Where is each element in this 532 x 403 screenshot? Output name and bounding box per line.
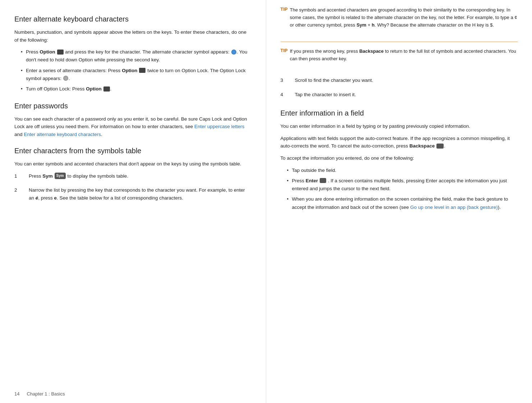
step-4: 4 Tap the character to insert it. xyxy=(281,91,518,99)
list-item: Press Enter . If a screen contains multi… xyxy=(287,177,518,193)
option-icon-3 xyxy=(103,86,110,92)
sym-bold-tip1: Sym xyxy=(356,22,366,28)
page-number: 14 xyxy=(14,391,19,397)
tip-row-1: TIP The symbols and accented characters … xyxy=(281,6,518,29)
option-bold-1: Option xyxy=(40,49,55,55)
list-item: Tap outside the field. xyxy=(287,167,518,174)
step-3: 3 Scroll to find the character you want. xyxy=(281,76,518,84)
step-num-2: 2 xyxy=(14,186,29,194)
link-uppercase-letters[interactable]: Enter uppercase letters xyxy=(194,124,245,129)
option-bold-3: Option xyxy=(86,86,102,92)
step-2: 2 Narrow the list by pressing the key th… xyxy=(14,186,251,202)
list-item: Turn off Option Lock: Press Option . xyxy=(21,85,251,93)
bold-e: e xyxy=(54,195,57,201)
link-back-gesture[interactable]: Go up one level in an app (back gesture) xyxy=(410,205,498,210)
option-icon-1 xyxy=(57,50,64,55)
right-column: TIP The symbols and accented characters … xyxy=(266,0,532,403)
tip-label-1: TIP xyxy=(281,6,288,12)
italic-e: é xyxy=(36,195,38,201)
tip-text-2: If you press the wrong key, press Backsp… xyxy=(290,48,518,63)
section1-bullet-list: Press Option and press the key for the c… xyxy=(21,48,251,93)
tip-row-2: TIP If you press the wrong key, press Ba… xyxy=(281,48,518,63)
h-bold-tip1: h xyxy=(372,22,375,28)
divider xyxy=(281,42,518,42)
section4-para1: You can enter information in a field by … xyxy=(281,122,518,130)
sym-bold-1: Sym xyxy=(42,173,53,179)
backspace-bold-tip2: Backspace xyxy=(359,48,384,54)
section2-heading: Enter passwords xyxy=(14,102,251,110)
section3-heading: Enter characters from the symbols table xyxy=(14,147,251,155)
list-item: When you are done entering information o… xyxy=(287,195,518,211)
option-lock-icon-filled xyxy=(231,50,236,55)
section4-para2: Applications with text fields support th… xyxy=(281,135,518,150)
step-num-1: 1 xyxy=(14,172,29,180)
section2-para: You can see each character of a password… xyxy=(14,115,251,139)
step-1-text: Press Sym Sym to display the symbols tab… xyxy=(29,172,128,180)
section1-intro: Numbers, punctuation, and symbols appear… xyxy=(14,28,251,44)
step-3-text: Scroll to find the character you want. xyxy=(295,76,373,84)
list-item: Enter a series of alternate characters: … xyxy=(21,67,251,83)
step-2-text: Narrow the list by pressing the key that… xyxy=(29,186,251,202)
left-column: Enter alternate keyboard characters Numb… xyxy=(0,0,266,403)
enter-icon xyxy=(320,178,326,183)
option-bold-2: Option xyxy=(122,68,138,73)
section4-bullet-list: Tap outside the field. Press Enter . If … xyxy=(287,167,518,211)
list-item: Press Option and press the key for the c… xyxy=(21,48,251,64)
right-steps: 3 Scroll to find the character you want.… xyxy=(281,76,518,98)
section4-para3: To accept the information you entered, d… xyxy=(281,154,518,162)
link-alternate-keyboard[interactable]: Enter alternate keyboard characters xyxy=(24,132,101,137)
step-num-3: 3 xyxy=(281,76,295,84)
tip-label-2: TIP xyxy=(281,48,288,53)
section3-steps: 1 Press Sym Sym to display the symbols t… xyxy=(14,172,251,202)
section4-heading: Enter information in a field xyxy=(281,109,518,117)
backspace-bold-para2: Backspace xyxy=(410,143,435,149)
step-4-text: Tap the character to insert it. xyxy=(295,91,356,99)
step-1: 1 Press Sym Sym to display the symbols t… xyxy=(14,172,251,180)
option-icon-2 xyxy=(139,68,145,73)
section1-heading: Enter alternate keyboard characters xyxy=(14,15,251,23)
enter-bold: Enter xyxy=(306,178,318,183)
tip-block-2: TIP If you press the wrong key, press Ba… xyxy=(281,48,518,70)
option-lock-icon xyxy=(63,76,68,81)
section3-intro: You can enter symbols and accented chara… xyxy=(14,160,251,168)
backspace-icon-para2 xyxy=(436,144,444,149)
tip-block-1: TIP The symbols and accented characters … xyxy=(281,6,518,36)
footer-chapter: Chapter 1 : Basics xyxy=(27,391,65,397)
sym-icon-1: Sym xyxy=(55,173,66,179)
tip-text-1: The symbols and accented characters are … xyxy=(290,6,518,29)
page-footer: 14 Chapter 1 : Basics xyxy=(0,391,532,397)
step-num-4: 4 xyxy=(281,91,295,99)
